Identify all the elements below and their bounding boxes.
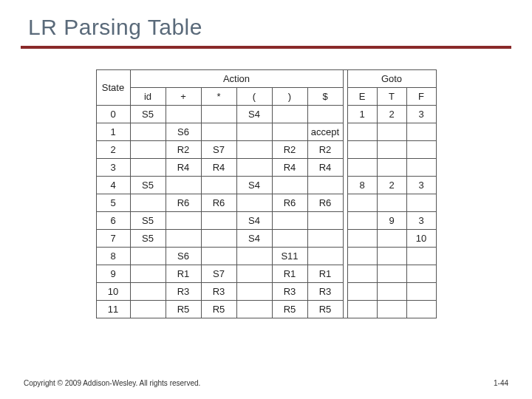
action-cell — [272, 106, 307, 123]
action-cell: R3 — [307, 283, 343, 301]
table-row: 8S6S11 — [96, 248, 436, 265]
action-cell — [236, 123, 272, 141]
action-cell: R5 — [166, 301, 201, 318]
action-cell — [307, 248, 343, 265]
col-header-star: * — [201, 88, 236, 106]
goto-cell: 3 — [406, 177, 436, 194]
goto-cell: 1 — [347, 106, 377, 123]
action-cell — [166, 212, 201, 230]
goto-cell — [347, 230, 377, 248]
page-number: 1-44 — [494, 379, 508, 387]
action-cell — [130, 283, 166, 301]
table-row: 5R6R6R6R6 — [96, 194, 436, 212]
goto-cell — [377, 265, 406, 283]
action-cell — [201, 230, 236, 248]
goto-cell — [347, 283, 377, 301]
goto-cell — [406, 248, 436, 265]
action-cell: S5 — [130, 106, 166, 123]
goto-cell: 9 — [377, 212, 406, 230]
goto-cell: 3 — [406, 106, 436, 123]
goto-cell — [347, 248, 377, 265]
state-cell: 4 — [96, 177, 130, 194]
action-cell — [130, 141, 166, 159]
goto-cell — [406, 265, 436, 283]
action-cell: S4 — [236, 177, 272, 194]
state-cell: 2 — [96, 141, 130, 159]
goto-cell — [377, 283, 406, 301]
action-cell: R5 — [272, 301, 307, 318]
action-cell — [130, 265, 166, 283]
action-cell: S6 — [166, 123, 201, 141]
action-cell — [236, 283, 272, 301]
action-cell: S11 — [272, 248, 307, 265]
table-row: 9R1S7R1R1 — [96, 265, 436, 283]
action-cell — [130, 248, 166, 265]
goto-cell: 2 — [377, 106, 406, 123]
action-cell — [236, 265, 272, 283]
state-cell: 10 — [96, 283, 130, 301]
action-cell: S5 — [130, 212, 166, 230]
col-header-lparen: ( — [236, 88, 272, 106]
action-cell — [130, 159, 166, 177]
action-cell: R6 — [307, 194, 343, 212]
col-header-action: Action — [130, 70, 343, 88]
lr-parsing-table: State Action Goto id + * ( ) $ E T F 0S5… — [96, 69, 437, 318]
state-cell: 6 — [96, 212, 130, 230]
table-row: 1S6accept — [96, 123, 436, 141]
table-row: 3R4R4R4R4 — [96, 159, 436, 177]
col-header-id: id — [130, 88, 166, 106]
goto-cell: 3 — [406, 212, 436, 230]
goto-cell — [347, 159, 377, 177]
action-cell — [201, 177, 236, 194]
title-rule — [21, 46, 511, 49]
goto-cell: 10 — [406, 230, 436, 248]
action-cell: S7 — [201, 265, 236, 283]
state-cell: 8 — [96, 248, 130, 265]
state-cell: 9 — [96, 265, 130, 283]
action-cell — [272, 123, 307, 141]
action-cell: S4 — [236, 212, 272, 230]
page-title: LR Parsing Table — [0, 0, 532, 46]
table-row: 6S5S493 — [96, 212, 436, 230]
goto-cell — [377, 141, 406, 159]
table-body: 0S5S41231S6accept2R2S7R2R23R4R4R4R44S5S4… — [96, 106, 436, 318]
action-cell: R1 — [307, 265, 343, 283]
action-cell — [236, 248, 272, 265]
action-cell: S7 — [201, 141, 236, 159]
action-cell — [166, 230, 201, 248]
action-cell — [307, 212, 343, 230]
goto-cell: 2 — [377, 177, 406, 194]
action-cell — [201, 106, 236, 123]
goto-cell — [347, 141, 377, 159]
goto-cell — [347, 123, 377, 141]
action-cell: R3 — [166, 283, 201, 301]
action-cell: R3 — [201, 283, 236, 301]
goto-cell — [406, 283, 436, 301]
action-cell — [130, 123, 166, 141]
table-head: State Action Goto id + * ( ) $ E T F — [96, 70, 436, 106]
goto-cell — [347, 301, 377, 318]
action-cell — [130, 301, 166, 318]
action-cell: accept — [307, 123, 343, 141]
action-cell: S5 — [130, 230, 166, 248]
goto-cell — [406, 194, 436, 212]
action-cell — [307, 230, 343, 248]
action-cell — [307, 177, 343, 194]
goto-cell — [377, 248, 406, 265]
action-cell: S5 — [130, 177, 166, 194]
action-cell — [201, 248, 236, 265]
action-cell: R1 — [166, 265, 201, 283]
copyright-text: Copyright © 2009 Addison-Wesley. All rig… — [24, 379, 200, 387]
action-cell — [201, 212, 236, 230]
action-cell: S4 — [236, 106, 272, 123]
state-cell: 0 — [96, 106, 130, 123]
col-header-E: E — [347, 88, 377, 106]
goto-cell — [347, 194, 377, 212]
state-cell: 3 — [96, 159, 130, 177]
action-cell — [272, 177, 307, 194]
table-row: 10R3R3R3R3 — [96, 283, 436, 301]
col-header-state: State — [96, 70, 130, 106]
col-header-plus: + — [166, 88, 201, 106]
table-row: 11R5R5R5R5 — [96, 301, 436, 318]
action-cell: R6 — [166, 194, 201, 212]
